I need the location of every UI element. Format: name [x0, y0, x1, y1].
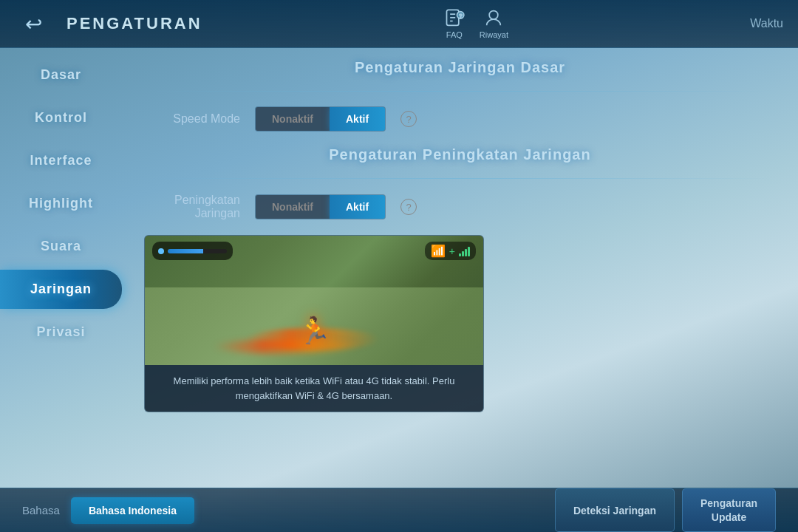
- riwayat-button[interactable]: Riwayat: [480, 8, 508, 39]
- speed-mode-aktif[interactable]: Aktif: [330, 107, 385, 131]
- speed-mode-help[interactable]: ?: [400, 111, 417, 127]
- wifi-icon: 📶: [431, 244, 446, 258]
- speed-mode-label: Speed Mode: [144, 112, 240, 126]
- speed-mode-row: Speed Mode Nonaktif Aktif ?: [144, 106, 776, 132]
- preview-caption: Memiliki performa lebih baik ketika WiFi…: [145, 365, 483, 412]
- bahasa-indonesia-button[interactable]: Bahasa Indonesia: [71, 497, 194, 524]
- peningkatan-aktif[interactable]: Aktif: [330, 195, 385, 219]
- peningkatan-toggle[interactable]: Nonaktif Aktif: [255, 194, 386, 219]
- sidebar-item-suara[interactable]: Suara: [0, 227, 122, 266]
- sidebar-item-highlight[interactable]: Highlight: [0, 184, 122, 223]
- bottom-bar: Bahasa Bahasa Indonesia Deteksi Jaringan…: [0, 488, 798, 532]
- back-arrow-icon: ↩: [25, 12, 42, 36]
- svg-point-6: [490, 11, 499, 20]
- top-bar: ↩ PENGATURAN ? FAQ Riwayat Waktu: [0, 0, 798, 48]
- divider-1: [144, 91, 776, 92]
- bahasa-label: Bahasa: [22, 504, 60, 516]
- speed-mode-toggle[interactable]: Nonaktif Aktif: [255, 106, 386, 132]
- sidebar: Dasar Kontrol Interface Highlight Suara …: [0, 48, 122, 488]
- svg-text:?: ?: [459, 13, 462, 18]
- sidebar-item-privasi[interactable]: Privasi: [0, 313, 122, 352]
- top-left: ↩ PENGATURAN: [15, 9, 202, 38]
- peningkatan-nonaktif[interactable]: Nonaktif: [256, 195, 330, 219]
- game-hud: 📶 +: [145, 242, 483, 260]
- main-layout: Dasar Kontrol Interface Highlight Suara …: [0, 48, 798, 488]
- pengaturan-update-button[interactable]: PengaturanUpdate: [682, 488, 776, 531]
- sidebar-item-interface[interactable]: Interface: [0, 141, 122, 180]
- faq-label: FAQ: [446, 30, 463, 39]
- health-dot: [158, 248, 164, 254]
- content-area: Pengaturan Jaringan Dasar Speed Mode Non…: [122, 48, 798, 488]
- hp-bar: [168, 249, 227, 253]
- peningkatan-row: PeningkatanJaringan Nonaktif Aktif ?: [144, 194, 776, 220]
- peningkatan-label: PeningkatanJaringan: [144, 194, 240, 220]
- bottom-right-buttons: Deteksi Jaringan PengaturanUpdate: [555, 488, 776, 531]
- sidebar-item-dasar[interactable]: Dasar: [0, 55, 122, 95]
- hp-fill: [168, 249, 203, 253]
- network-icons: 📶 +: [425, 242, 476, 260]
- plus-icon: +: [449, 245, 455, 257]
- game-scene: 📶 + 🏃: [145, 236, 483, 365]
- back-button[interactable]: ↩: [15, 9, 52, 38]
- section2-title: Pengaturan Peningkatan Jaringan: [144, 146, 776, 163]
- health-bar: [152, 242, 233, 260]
- preview-game-scene: 📶 + 🏃: [145, 236, 483, 365]
- divider-2: [144, 178, 776, 179]
- signal-icon: [459, 246, 470, 256]
- top-center-icons: ? FAQ Riwayat: [444, 8, 508, 39]
- page-title: PENGATURAN: [66, 14, 202, 33]
- sidebar-item-jaringan[interactable]: Jaringan: [0, 270, 122, 309]
- peningkatan-help[interactable]: ?: [400, 199, 417, 215]
- faq-button[interactable]: ? FAQ: [444, 8, 465, 39]
- deteksi-jaringan-button[interactable]: Deteksi Jaringan: [555, 488, 675, 531]
- waktu-label: Waktu: [750, 17, 783, 30]
- section1-title: Pengaturan Jaringan Dasar: [144, 59, 776, 76]
- preview-box: 📶 + 🏃: [144, 235, 484, 412]
- riwayat-label: Riwayat: [480, 30, 508, 39]
- fire-trail: [213, 339, 361, 354]
- speed-mode-nonaktif[interactable]: Nonaktif: [256, 107, 330, 131]
- sidebar-item-kontrol[interactable]: Kontrol: [0, 98, 122, 137]
